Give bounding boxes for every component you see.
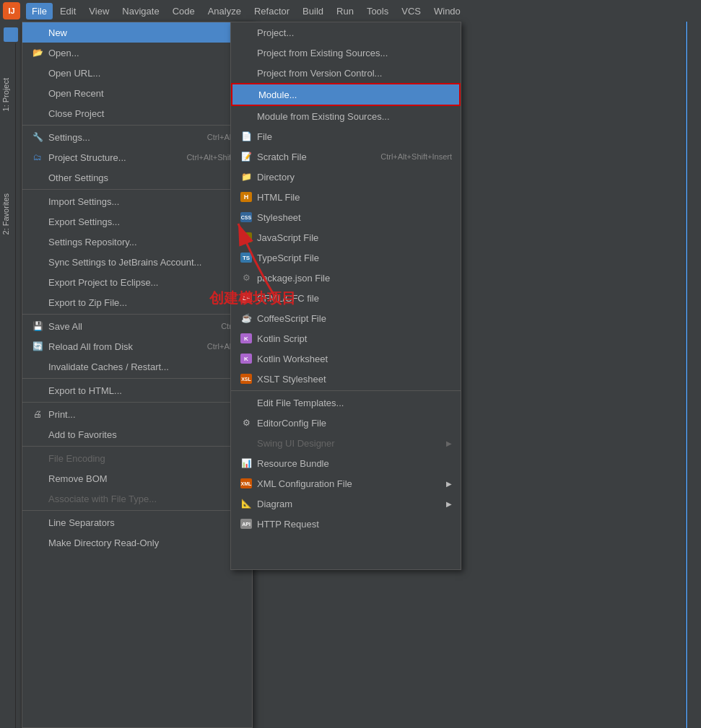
module-existing-label: Module from Existing Sources... bbox=[257, 111, 452, 122]
submenu-item-scratch[interactable]: 📝 Scratch File Ctrl+Alt+Shift+Insert bbox=[231, 146, 461, 167]
submenu-item-project-existing[interactable]: Project from Existing Sources... bbox=[231, 43, 461, 63]
javascript-label: JavaScript File bbox=[257, 232, 452, 243]
right-sidebar-accent bbox=[686, 22, 687, 728]
module-label: Module... bbox=[258, 89, 450, 100]
menu-item-import-settings[interactable]: Import Settings... bbox=[22, 191, 252, 211]
menu-tools[interactable]: Tools bbox=[361, 3, 394, 19]
javascript-icon: JS bbox=[240, 231, 253, 244]
import-settings-icon bbox=[31, 195, 44, 208]
menu-view[interactable]: View bbox=[83, 3, 115, 19]
menu-navigate[interactable]: Navigate bbox=[116, 3, 165, 19]
submenu-item-stylesheet[interactable]: CSS Stylesheet bbox=[231, 207, 461, 227]
menu-item-remove-bom[interactable]: Remove BOM bbox=[22, 468, 252, 488]
menu-item-export-html[interactable]: Export to HTML... bbox=[22, 380, 252, 400]
menu-item-open[interactable]: 📂 Open... bbox=[22, 43, 252, 63]
xml-config-icon: XML bbox=[240, 477, 253, 490]
menu-analyze[interactable]: Analyze bbox=[202, 3, 247, 19]
menu-item-settings-repo[interactable]: Settings Repository... bbox=[22, 232, 252, 252]
menu-run[interactable]: Run bbox=[331, 3, 360, 19]
settings-label: Settings... bbox=[48, 132, 193, 143]
menu-item-line-separators[interactable]: Line Separators ▶ bbox=[22, 512, 252, 532]
menu-item-project-structure[interactable]: 🗂 Project Structure... Ctrl+Alt+Shift+S bbox=[22, 147, 252, 167]
scratch-label: Scratch File bbox=[257, 152, 366, 162]
menu-item-save-all[interactable]: 💾 Save All Ctrl+S bbox=[22, 316, 252, 336]
packagejson-icon: ⚙ bbox=[240, 271, 253, 284]
submenu-item-resource-bundle[interactable]: 📊 Resource Bundle bbox=[231, 453, 461, 473]
submenu-item-javascript[interactable]: JS JavaScript File bbox=[231, 227, 461, 247]
project-label: Project... bbox=[257, 27, 452, 38]
menu-item-print[interactable]: 🖨 Print... bbox=[22, 404, 252, 424]
invalidate-icon bbox=[31, 360, 44, 373]
menu-build[interactable]: Build bbox=[297, 3, 329, 19]
favorites-icon bbox=[31, 428, 44, 441]
kotlin-icon: K bbox=[240, 332, 253, 345]
main-area: New ▶ 📂 Open... Open URL... Open Recent … bbox=[0, 22, 701, 728]
sep1 bbox=[22, 125, 252, 126]
menu-item-add-favorites[interactable]: Add to Favorites ▶ bbox=[22, 424, 252, 444]
left-sidebar-container: 1: Project 2: Favorites bbox=[0, 43, 16, 728]
editorconfig-label: EditorConfig File bbox=[257, 418, 452, 429]
menu-code[interactable]: Code bbox=[167, 3, 201, 19]
xml-config-label: XML Configuration File bbox=[257, 478, 442, 489]
submenu-item-xml-config[interactable]: XML XML Configuration File ▶ bbox=[231, 473, 461, 494]
add-favorites-label: Add to Favorites bbox=[48, 429, 233, 440]
menu-item-make-readonly[interactable]: Make Directory Read-Only bbox=[22, 532, 252, 553]
menu-edit[interactable]: Edit bbox=[54, 3, 82, 19]
export-zip-icon bbox=[31, 296, 44, 309]
menu-item-reload[interactable]: 🔄 Reload All from Disk Ctrl+Alt+Y bbox=[22, 336, 252, 356]
diagram-icon: 📐 bbox=[240, 497, 253, 510]
edit-templates-label: Edit File Templates... bbox=[257, 398, 452, 408]
submenu-item-project[interactable]: Project... bbox=[231, 22, 461, 43]
menu-item-sync-settings[interactable]: Sync Settings to JetBrains Account... bbox=[22, 252, 252, 272]
menu-item-settings[interactable]: 🔧 Settings... Ctrl+Alt+S bbox=[22, 127, 252, 147]
submenu-item-edit-templates[interactable]: Edit File Templates... bbox=[231, 392, 461, 413]
submenu-item-kotlin-ws[interactable]: K Kotlin Worksheet bbox=[231, 348, 461, 369]
menu-item-export-zip[interactable]: Export to Zip File... bbox=[22, 292, 252, 312]
reload-label: Reload All from Disk bbox=[48, 341, 193, 352]
menu-item-close-project[interactable]: Close Project bbox=[22, 103, 252, 123]
submenu-item-module[interactable]: Module... bbox=[231, 83, 461, 106]
submenu-item-cfml[interactable]: CF CFML/CFC file bbox=[231, 288, 461, 308]
kotlin-ws-icon: K bbox=[240, 352, 253, 365]
menu-item-other-settings[interactable]: Other Settings ▶ bbox=[22, 167, 252, 188]
submenu-item-html[interactable]: H HTML File bbox=[231, 187, 461, 207]
menu-item-invalidate[interactable]: Invalidate Caches / Restart... bbox=[22, 356, 252, 377]
make-readonly-icon bbox=[31, 536, 44, 549]
submenu-item-module-existing[interactable]: Module from Existing Sources... bbox=[231, 106, 461, 126]
menu-vcs[interactable]: VCS bbox=[396, 3, 427, 19]
open-url-icon bbox=[31, 66, 44, 79]
save-all-label: Save All bbox=[48, 321, 206, 332]
submenu-item-project-vcs[interactable]: Project from Version Control... bbox=[231, 63, 461, 83]
submenu-item-file[interactable]: 📄 File bbox=[231, 126, 461, 146]
menu-window[interactable]: Windo bbox=[428, 3, 466, 19]
open-recent-icon bbox=[31, 87, 44, 100]
project-tab-container[interactable]: 1: Project bbox=[0, 72, 16, 117]
submenu-item-kotlin[interactable]: K Kotlin Script bbox=[231, 328, 461, 348]
submenu-item-directory[interactable]: 📁 Directory bbox=[231, 167, 461, 187]
submenu-item-editorconfig[interactable]: ⚙ EditorConfig File bbox=[231, 413, 461, 433]
menu-item-open-url[interactable]: Open URL... bbox=[22, 63, 252, 83]
submenu-item-packagejson[interactable]: ⚙ package.json File bbox=[231, 268, 461, 288]
left-sidebar-bg bbox=[0, 43, 16, 728]
http-icon: API bbox=[240, 517, 253, 530]
menu-item-export-settings[interactable]: Export Settings... bbox=[22, 211, 252, 232]
favorites-tab-container[interactable]: 2: Favorites bbox=[0, 188, 16, 240]
file-icon: 📄 bbox=[240, 130, 253, 143]
menu-bar: IJ File Edit View Navigate Code Analyze … bbox=[0, 0, 701, 22]
project-vcs-icon bbox=[240, 66, 253, 79]
sep4 bbox=[22, 378, 252, 379]
submenu-item-xslt[interactable]: XSL XSLT Stylesheet bbox=[231, 369, 461, 389]
stylesheet-label: Stylesheet bbox=[257, 212, 452, 223]
diagram-arrow: ▶ bbox=[446, 500, 452, 508]
submenu-item-typescript[interactable]: TS TypeScript File bbox=[231, 247, 461, 268]
submenu-item-coffeescript[interactable]: ☕ CoffeeScript File bbox=[231, 308, 461, 328]
menu-item-new[interactable]: New ▶ bbox=[22, 22, 252, 43]
favorites-tab-label: 2: Favorites bbox=[0, 188, 12, 240]
menu-refactor[interactable]: Refactor bbox=[248, 3, 295, 19]
menu-file[interactable]: File bbox=[26, 3, 53, 19]
submenu-item-http[interactable]: API HTTP Request bbox=[231, 514, 461, 534]
submenu-item-diagram[interactable]: 📐 Diagram ▶ bbox=[231, 494, 461, 514]
menu-item-open-recent[interactable]: Open Recent ▶ bbox=[22, 83, 252, 103]
menu-item-export-eclipse[interactable]: Export Project to Eclipse... bbox=[22, 272, 252, 292]
submenu-item-swing: Swing UI Designer ▶ bbox=[231, 433, 461, 453]
